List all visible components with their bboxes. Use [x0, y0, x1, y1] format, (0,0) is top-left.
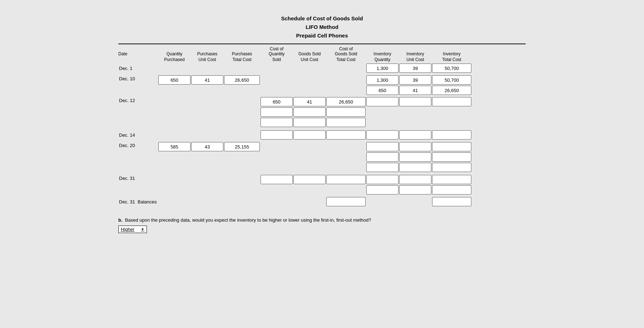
sold-total-dec12-2[interactable] — [326, 107, 366, 117]
inv-total-dec1[interactable]: 50,700 — [432, 64, 471, 73]
sold-qty-dec12-3[interactable] — [261, 118, 293, 127]
sold-unit-dec12-3[interactable] — [293, 118, 326, 127]
date-dec14: Dec. 14 — [118, 132, 158, 138]
sold-unit-dec12-1[interactable]: 41 — [293, 97, 326, 106]
date-dec31: Dec. 31 — [118, 175, 158, 181]
inv-total-dec31-2[interactable] — [432, 185, 471, 195]
answer-dropdown[interactable]: Higher ▼ — [118, 226, 147, 233]
sold-unit-dec12-group: 41 — [293, 97, 326, 127]
spacer2 — [158, 46, 190, 51]
inv-total-dec10-2[interactable]: 26,650 — [432, 86, 471, 95]
inv-qty-dec31-1[interactable] — [366, 175, 398, 184]
purch-unit-dec20[interactable]: 43 — [191, 142, 223, 151]
purch-total-dec10[interactable]: 26,650 — [224, 75, 260, 85]
sold-qty-dec12-group: 650 — [261, 97, 293, 127]
col-sold-qty: QuantitySold — [261, 51, 293, 62]
inv-qty-dec20-2[interactable] — [366, 152, 398, 162]
inv-unit-dec1[interactable]: 39 — [399, 64, 431, 73]
inv-total-dec20-2[interactable] — [432, 152, 471, 162]
col-purch-qty: QuantityPurchased — [158, 51, 190, 62]
inv-total-dec12-group — [432, 97, 471, 106]
purch-total-dec20[interactable]: 25,155 — [224, 142, 260, 151]
purch-qty-dec10[interactable]: 650 — [158, 75, 190, 85]
row-dec31: Dec. 31 — [118, 174, 526, 195]
cost-of-label1: Cost of — [261, 46, 293, 51]
sold-unit-dec12-2[interactable] — [293, 107, 326, 117]
sold-total-dec14[interactable] — [326, 130, 366, 140]
spacer1 — [118, 46, 158, 51]
inv-total-dec31-1[interactable] — [432, 175, 471, 184]
sold-total-dec12-3[interactable] — [326, 118, 366, 127]
spacer6 — [366, 46, 398, 51]
inv-unit-dec31-1[interactable] — [399, 175, 431, 184]
inv-qty-dec1[interactable]: 1,300 — [366, 64, 398, 73]
title-line1: Schedule of Cost of Goods Sold — [118, 14, 526, 23]
date-dec12: Dec. 12 — [118, 97, 158, 103]
inv-unit-dec31-2[interactable] — [399, 185, 431, 195]
col-inv-unit: InventoryUnit Cost — [399, 51, 431, 62]
purch-unit-dec10[interactable]: 41 — [191, 75, 223, 85]
spacer7 — [399, 46, 431, 51]
sold-qty-dec12-2[interactable] — [261, 107, 293, 117]
inv-unit-dec14[interactable] — [399, 130, 431, 140]
inv-unit-dec10-group: 39 41 — [399, 75, 431, 95]
sold-total-dec12-1[interactable]: 26,650 — [326, 97, 366, 106]
column-headers: Date QuantityPurchased PurchasesUnit Cos… — [118, 51, 526, 62]
inv-qty-dec12-1[interactable] — [366, 97, 398, 106]
main-container: Schedule of Cost of Goods Sold LIFO Meth… — [108, 7, 536, 240]
cost-of-label2: Cost of — [326, 46, 366, 51]
purch-qty-dec20[interactable]: 585 — [158, 142, 190, 151]
inv-qty-dec10-2[interactable]: 650 — [366, 86, 398, 95]
inv-qty-dec14[interactable] — [366, 130, 398, 140]
inv-unit-dec12-group — [399, 97, 431, 106]
inv-total-dec31-group — [432, 175, 471, 195]
col-sold-total: Goods SoldTotal Cost — [326, 51, 366, 62]
inv-unit-dec20-group — [399, 142, 431, 172]
question-label: b. — [118, 217, 123, 223]
sold-unit-dec14[interactable] — [293, 130, 326, 140]
col-date: Date — [118, 51, 158, 62]
title-line2: LIFO Method — [118, 23, 526, 31]
inv-qty-dec20-3[interactable] — [366, 163, 398, 172]
inv-unit-dec10-1[interactable]: 39 — [399, 75, 431, 85]
col-purch-total: PurchasesTotal Cost — [224, 51, 260, 62]
inv-total-dec20-1[interactable] — [432, 142, 471, 151]
inv-total-dec10-1[interactable]: 50,700 — [432, 75, 471, 85]
col-inv-total: InventoryTotal Cost — [432, 51, 471, 62]
inv-total-balances[interactable] — [432, 197, 471, 206]
inv-qty-dec31-2[interactable] — [366, 185, 398, 195]
inv-qty-dec20-1[interactable] — [366, 142, 398, 151]
answer-value: Higher — [121, 227, 134, 232]
sold-unit-dec31[interactable] — [293, 175, 326, 184]
question-body: Based upon the preceding data, would you… — [125, 217, 371, 223]
row-dec12: Dec. 12 650 41 26,650 — [118, 96, 526, 127]
sold-total-dec12-group: 26,650 — [326, 97, 366, 127]
title-line3: Prepaid Cell Phones — [118, 31, 526, 40]
question-text: b. Based upon the preceding data, would … — [118, 217, 526, 223]
inv-unit-dec12-1[interactable] — [399, 97, 431, 106]
date-dec1: Dec. 1 — [118, 66, 158, 71]
inv-total-dec20-3[interactable] — [432, 163, 471, 172]
report-header: Schedule of Cost of Goods Sold LIFO Meth… — [118, 14, 526, 40]
inv-unit-dec20-2[interactable] — [399, 152, 431, 162]
col-sold-unit: Goods SoldUnit Cost — [293, 51, 326, 62]
sold-qty-dec12-1[interactable]: 650 — [261, 97, 293, 106]
inv-total-dec20-group — [432, 142, 471, 172]
inv-qty-dec20-group — [366, 142, 398, 172]
sold-total-dec31[interactable] — [326, 175, 366, 184]
inv-total-dec14[interactable] — [432, 130, 471, 140]
spacer3 — [191, 46, 223, 51]
inv-qty-dec10-group: 1,300 650 — [366, 75, 398, 95]
sold-qty-dec31[interactable] — [261, 175, 293, 184]
inv-unit-dec20-1[interactable] — [399, 142, 431, 151]
inv-unit-dec31-group — [399, 175, 431, 195]
inv-unit-dec20-3[interactable] — [399, 163, 431, 172]
sold-total-balances[interactable] — [326, 197, 366, 206]
inv-qty-dec10-1[interactable]: 1,300 — [366, 75, 398, 85]
inv-total-dec12-1[interactable] — [432, 97, 471, 106]
inv-qty-dec12-group — [366, 97, 398, 106]
col-purch-unit: PurchasesUnit Cost — [191, 51, 223, 62]
sold-qty-dec14[interactable] — [261, 130, 293, 140]
inv-unit-dec10-2[interactable]: 41 — [399, 86, 431, 95]
inv-total-dec10-group: 50,700 26,650 — [432, 75, 471, 95]
